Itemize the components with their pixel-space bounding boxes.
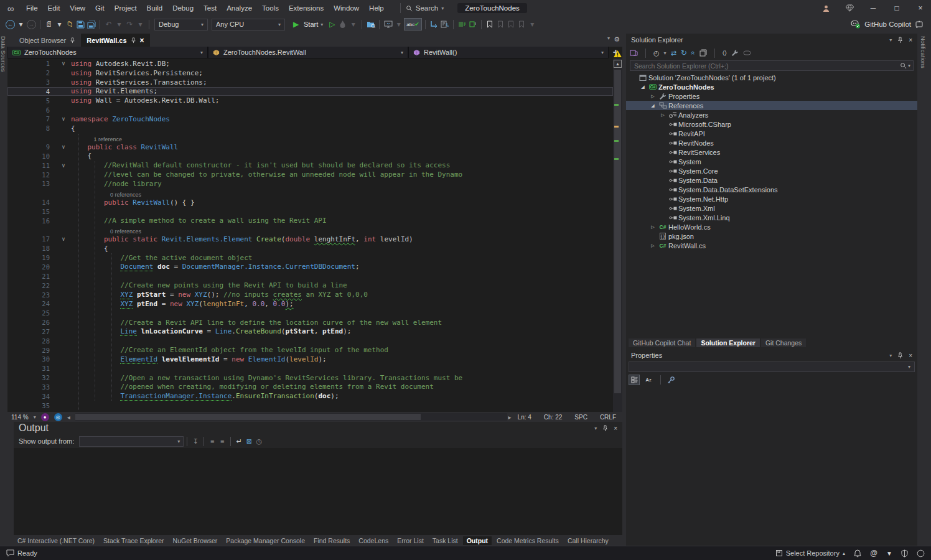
code-line-2[interactable]: 2using RevitServices.Persistence; [7, 68, 613, 78]
copilot-label[interactable]: GitHub Copilot [864, 21, 911, 28]
start-debugging-button[interactable]: ▶ Start ▾ [291, 18, 323, 30]
tree-item-helloworld-cs[interactable]: ▷C#HelloWorld.cs [626, 222, 917, 231]
menu-git[interactable]: Git [90, 0, 110, 16]
code-line-21[interactable]: 21 [7, 271, 613, 281]
scrollbar-thumb[interactable] [614, 70, 621, 393]
code-line-6[interactable]: 6 [7, 105, 613, 114]
redo-dropdown[interactable]: ▾ [135, 18, 146, 30]
zoom-dropdown-icon[interactable]: ▾ [34, 414, 36, 420]
sync-with-active-document-icon[interactable]: ⇄ [671, 49, 676, 57]
menu-test[interactable]: Test [199, 0, 222, 16]
bottom-tab-error-list[interactable]: Error List [393, 536, 428, 545]
code-line-31[interactable]: 31 [7, 364, 613, 373]
pin-icon[interactable] [897, 37, 903, 44]
hot-reload-button[interactable] [337, 18, 348, 30]
status-line-ending[interactable]: CRLF [594, 414, 622, 421]
next-message-icon[interactable]: ≡ [217, 437, 227, 445]
panel-tab-github-copilot-chat[interactable]: GitHub Copilot Chat [629, 338, 695, 347]
code-line-14[interactable]: 14 public RevitWall() { } [7, 198, 613, 207]
code-line-27[interactable]: 27 Line lnLocationCurve = Line.CreateBou… [7, 327, 613, 336]
project-dropdown[interactable]: C# ZeroTouchNodes ▾ [7, 47, 208, 58]
vertical-scrollbar[interactable]: ▲ [613, 58, 622, 412]
warning-icon[interactable] [614, 49, 622, 60]
shield-icon[interactable] [901, 549, 908, 558]
fold-chevron-icon[interactable]: ∨ [56, 144, 71, 150]
menu-window[interactable]: Window [329, 0, 364, 16]
status-column-number[interactable]: Ch: 22 [538, 414, 568, 421]
tree-item-system-net-http[interactable]: System.Net.Http [626, 194, 917, 203]
code-line-22[interactable]: 22 //Create new points using the Revit A… [7, 281, 613, 290]
tree-item-solution-zerotouchnodes-1-of-1-project-[interactable]: Solution 'ZeroTouchNodes' (1 of 1 projec… [626, 73, 917, 82]
properties-header[interactable]: Properties ▾ × [626, 349, 917, 362]
menu-project[interactable]: Project [110, 0, 142, 16]
alphabetical-view-button[interactable]: AZ [643, 375, 654, 385]
tree-item-system[interactable]: System [626, 157, 917, 166]
panel-tab-git-changes[interactable]: Git Changes [761, 338, 806, 347]
categorized-view-button[interactable] [629, 375, 640, 385]
toggle-timestamp-icon[interactable]: ◷ [254, 437, 264, 446]
output-header[interactable]: Output ▾ × [14, 422, 622, 434]
tree-item-references[interactable]: ◢References [626, 101, 917, 110]
panel-tab-solution-explorer[interactable]: Solution Explorer [696, 338, 760, 347]
bottom-tab-output[interactable]: Output [463, 536, 492, 545]
expander-collapsed-icon[interactable]: ▷ [648, 94, 657, 99]
code-line-11[interactable]: 11∨ //RevitWall default constructor - it… [7, 161, 613, 170]
collapse-all-icon[interactable]: « [690, 51, 697, 55]
user-status-icon[interactable] [917, 549, 925, 558]
tree-item-system-xml-linq[interactable]: System.Xml.Linq [626, 213, 917, 222]
menu-view[interactable]: View [65, 0, 90, 16]
tab-revitwall-cs[interactable]: RevitWall.cs× [81, 34, 149, 47]
new-file-button[interactable]: 📄︎ [44, 18, 54, 30]
open-folder-button[interactable]: 📁︎ [65, 18, 75, 30]
navigate-back-button[interactable]: ← [5, 18, 16, 30]
menu-tools[interactable]: Tools [257, 0, 284, 16]
save-all-button[interactable] [86, 18, 96, 30]
show-all-files-icon[interactable]: 〈〉 [723, 49, 727, 57]
next-bookmark-button[interactable] [506, 18, 517, 30]
document-well-dropdown[interactable]: ▾ [607, 35, 610, 44]
pending-changes-filter-icon[interactable]: ◴ [653, 49, 660, 57]
code-line-12[interactable]: 12 //level can be changed to private, ot… [7, 170, 613, 179]
status-line-number[interactable]: Ln: 4 [512, 414, 538, 421]
menu-analyze[interactable]: Analyze [222, 0, 257, 16]
bottom-tab-stack-trace-explorer[interactable]: Stack Trace Explorer [100, 536, 167, 545]
menu-build[interactable]: Build [142, 0, 168, 16]
codelens-row[interactable]: 0 references [7, 225, 613, 235]
close-tab-icon[interactable]: × [140, 36, 144, 45]
close-icon[interactable]: × [614, 425, 617, 432]
scroll-left-button[interactable]: ◂ [67, 414, 70, 421]
code-line-16[interactable]: 16 //A simple method to create a wall us… [7, 216, 613, 225]
code-line-25[interactable]: 25 [7, 309, 613, 318]
solution-explorer-search[interactable]: ▾ [630, 60, 914, 71]
pin-icon[interactable] [897, 352, 903, 359]
tree-item-revitapi[interactable]: RevitAPI [626, 129, 917, 138]
restore-button[interactable]: □ [886, 1, 907, 16]
uncomment-selection-button[interactable] [467, 18, 478, 30]
code-line-24[interactable]: 24 XYZ ptEnd = new XYZ(lenghtInFt, 0.0, … [7, 299, 613, 309]
menu-debug[interactable]: Debug [167, 0, 199, 16]
feedback-at-icon[interactable]: @ [870, 549, 877, 558]
code-line-26[interactable]: 26 //Create a Revit API line to define t… [7, 318, 613, 327]
go-to-message-icon[interactable]: ↧ [190, 437, 200, 446]
bottom-tab-call-hierarchy[interactable]: Call Hierarchy [564, 536, 612, 545]
clear-all-icon[interactable]: ⊠ [244, 437, 254, 446]
fold-chevron-icon[interactable]: ∨ [56, 236, 71, 242]
tree-item-system-core[interactable]: System.Core [626, 166, 917, 175]
notifications-bell-icon[interactable] [854, 549, 861, 558]
procedure-definition-button[interactable] [439, 18, 450, 30]
code-line-5[interactable]: 5using Wall = Autodesk.Revit.DB.Wall; [7, 96, 613, 105]
word-wrap-icon[interactable]: ↵ [234, 437, 244, 446]
tree-item-revitwall-cs[interactable]: ▷C#RevitWall.cs [626, 241, 917, 250]
codelens-health-icon[interactable]: ◎ [54, 413, 62, 421]
tab-object-browser[interactable]: Object Browser [14, 34, 81, 47]
code-line-19[interactable]: 19 //Get the active document object [7, 253, 613, 263]
refresh-icon[interactable]: ↻ [681, 49, 687, 57]
account-icon[interactable] [815, 1, 836, 16]
previous-message-icon[interactable]: ≡ [207, 437, 217, 445]
code-line-30[interactable]: 30 ElementId levelElementId = new Elemen… [7, 355, 613, 364]
bottom-tab-code-metrics-results[interactable]: Code Metrics Results [493, 536, 563, 545]
preview-selected-items-icon[interactable] [743, 50, 751, 56]
properties-object-select[interactable]: ▾ [629, 362, 915, 372]
code-line-3[interactable]: 3using RevitServices.Transactions; [7, 78, 613, 87]
code-line-1[interactable]: 1∨using Autodesk.Revit.DB; [7, 59, 613, 68]
